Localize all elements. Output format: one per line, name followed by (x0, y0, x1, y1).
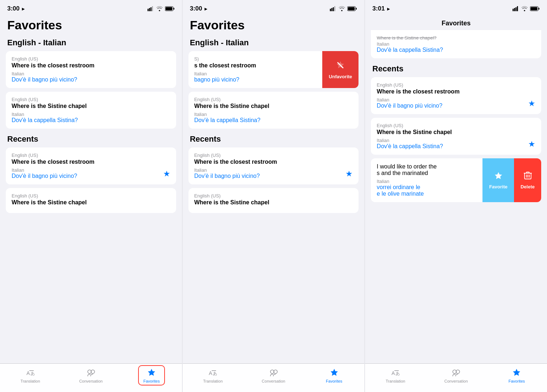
svg-rect-5 (173, 8, 174, 10)
tab-translation-2[interactable]: A あ Translation (183, 367, 243, 383)
section-title-3-0: Recents (371, 64, 541, 74)
rec-card-1-1[interactable]: English (US) Where is the Sistine chapel (6, 188, 176, 213)
rec-card-3-0-sourcelang: English (US) (377, 82, 535, 88)
wifi-icon-2 (339, 6, 345, 11)
rec-card-3-1-sourcelang: English (US) (377, 123, 535, 128)
rec-card-2-1-sourcelang: English (US) (194, 193, 353, 199)
fav-card-1-1-sourcetext: Where is the Sistine chapel (12, 103, 170, 109)
fav-card-2-1-sourcelang: English (US) (194, 97, 353, 102)
tab-conversation-2[interactable]: Conversation (243, 367, 304, 383)
battery-icon-3 (530, 6, 540, 11)
rec-card-2-1-sourcetext: Where is the Sistine chapel (194, 199, 353, 206)
status-icons-2 (330, 6, 357, 11)
tab-favorites-label-2: Favorites (326, 379, 342, 383)
wifi-icon-3 (521, 6, 528, 11)
rec-card-2-0[interactable]: English (US) Where is the closest restro… (188, 147, 359, 184)
tab-conversation-label-2: Conversation (262, 379, 285, 383)
status-icons-3 (513, 6, 540, 11)
translate-icon-1: A あ (25, 367, 36, 378)
time-2: 3:00 (190, 5, 202, 12)
fav-card-1-0[interactable]: English (US) Where is the closest restro… (6, 51, 176, 88)
svg-marker-12 (148, 369, 155, 376)
rec-card-1-0[interactable]: English (US) Where is the closest restro… (6, 147, 176, 184)
fav-card-2-0-targetlang: Italian (194, 71, 316, 76)
tab-conversation-label-3: Conversation (444, 379, 468, 383)
conversation-icon-2 (269, 367, 279, 378)
battery-icon-1 (165, 6, 175, 11)
svg-rect-29 (514, 8, 515, 11)
partial-targettext-3: Dov'è la cappella Sistina? (377, 47, 535, 53)
partial-card-3[interactable]: Where is the Sistine chapel? Italian Dov… (371, 30, 541, 58)
tab-conversation-1[interactable]: Conversation (61, 367, 121, 383)
fav-card-2-1[interactable]: English (US) Where is the Sistine chapel… (188, 92, 359, 129)
rec-card-3-2-swiped[interactable]: I would like to order thes and the marin… (371, 158, 541, 202)
status-bar-1: 3:00 ► (0, 0, 182, 15)
star-icon-rec-2-0: ★ (345, 169, 353, 179)
svg-rect-0 (148, 9, 149, 11)
fav-card-2-0-targettext: bagno più vicino? (194, 76, 316, 83)
partial-strikethrough-3: Where is the Sistine chapel? (377, 35, 535, 41)
rec-card-3-1[interactable]: English (US) Where is the Sistine chapel… (371, 118, 541, 155)
favorite-button-3[interactable]: Favorite (482, 158, 514, 202)
signal-icon-1 (148, 6, 154, 11)
page-title-3: Favorites (365, 15, 547, 30)
tab-favorites-2[interactable]: Favorites (304, 367, 364, 383)
page-title-1: Favorites (6, 18, 176, 32)
fav-card-2-0-swiped[interactable]: S) s the closest restroom Italian bagno … (188, 51, 359, 88)
rec-card-3-1-sourcetext: Where is the Sistine chapel (377, 129, 535, 135)
fav-card-1-1[interactable]: English (US) Where is the Sistine chapel… (6, 92, 176, 129)
tab-translation-label-3: Translation (386, 379, 405, 383)
rec-card-1-0-sourcelang: English (US) (12, 153, 170, 158)
signal-icon-2 (330, 6, 336, 11)
tab-translation-1[interactable]: A あ Translation (0, 367, 61, 383)
unfavorite-icon-2 (335, 60, 345, 72)
svg-text:A: A (209, 370, 212, 376)
svg-text:A: A (391, 370, 395, 376)
fav-card-1-0-targettext: Dov'è il bagno più vicino? (12, 76, 170, 83)
tab-translation-label-2: Translation (203, 379, 223, 383)
rec-card-1-0-targetlang: Italian (12, 167, 170, 173)
battery-icon-2 (347, 6, 357, 11)
rec-card-1-1-sourcelang: English (US) (12, 193, 170, 199)
svg-text:あ: あ (395, 371, 400, 376)
svg-text:あ: あ (213, 371, 217, 376)
translate-icon-3: A あ (390, 367, 401, 378)
screen-2: 3:00 ► Favorites English - Ital (183, 0, 365, 392)
svg-rect-2 (150, 7, 152, 11)
svg-text:A: A (26, 370, 30, 376)
partial-targetlang-3: Italian (377, 41, 535, 47)
status-bar-3: 3:01 ► (365, 0, 547, 15)
tab-favorites-1[interactable]: Favorites (121, 367, 182, 383)
tab-conversation-3[interactable]: Conversation (426, 367, 486, 383)
svg-rect-18 (356, 8, 357, 10)
screen3-content: Where is the Sistine chapel? Italian Dov… (365, 30, 547, 363)
svg-rect-33 (539, 8, 540, 10)
rec-card-3-0[interactable]: English (US) Where is the closest restro… (371, 77, 541, 114)
svg-rect-28 (513, 9, 514, 11)
rec-card-2-1[interactable]: English (US) Where is the Sistine chapel (188, 188, 359, 213)
section-title-1-0: English - Italian (6, 38, 176, 47)
rec-card-2-0-targetlang: Italian (194, 167, 353, 173)
star-icon-rec-3-0: ★ (528, 99, 535, 108)
screen2-content: Favorites English - Italian S) s the clo… (183, 15, 365, 363)
fav-card-2-1-sourcetext: Where is the Sistine chapel (194, 103, 353, 109)
rec-card-2-0-sourcelang: English (US) (194, 153, 353, 158)
unfavorite-button-2[interactable]: Unfavorite (322, 51, 359, 88)
rec-card-3-2-targetlang: Italian (377, 179, 477, 184)
tab-bar-1: A あ Translation Conversation (0, 363, 182, 392)
delete-icon-3 (523, 171, 532, 183)
favorites-icon-2 (329, 367, 339, 378)
conversation-icon-3 (451, 367, 461, 378)
tab-favorites-label-1: Favorites (143, 379, 159, 383)
rec-card-1-0-targettext: Dov'è il bagno più vicino? (12, 173, 170, 179)
delete-button-3[interactable]: Delete (514, 158, 541, 202)
tab-favorites-3[interactable]: Favorites (486, 367, 547, 383)
tab-translation-3[interactable]: A あ Translation (365, 367, 426, 383)
section-title-1-1: Recents (6, 134, 176, 144)
status-bar-2: 3:00 ► (183, 0, 365, 15)
svg-marker-46 (513, 369, 520, 376)
delete-label-3: Delete (521, 184, 535, 189)
rec-card-2-0-targettext: Dov'è il bagno più vicino? (194, 173, 353, 179)
svg-rect-6 (165, 7, 172, 11)
fav-card-1-0-sourcetext: Where is the closest restroom (12, 62, 170, 69)
